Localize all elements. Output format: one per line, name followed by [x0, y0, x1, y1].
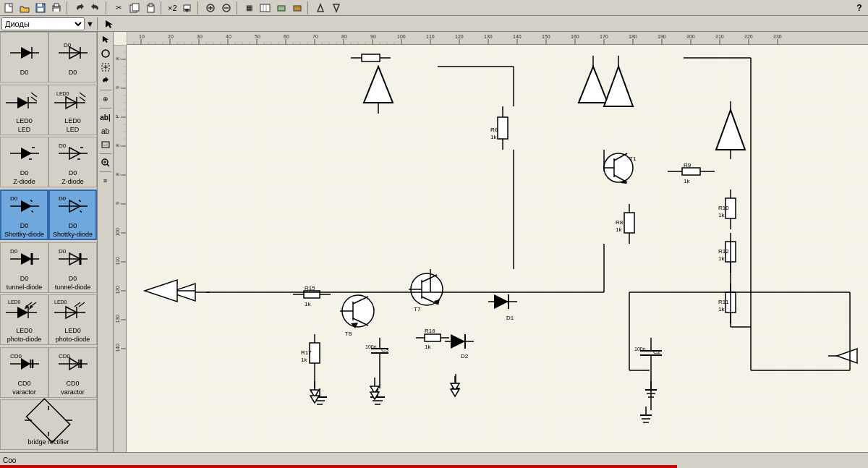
- undo-button[interactable]: [72, 1, 87, 15]
- select-tool[interactable]: [101, 17, 116, 31]
- svg-text:8: 8: [115, 144, 120, 147]
- comp-label-zd2: D0: [69, 169, 77, 176]
- comp-label-v2: CD0: [66, 380, 79, 387]
- tool-zoom-in[interactable]: [99, 156, 112, 169]
- print-button[interactable]: [49, 1, 64, 15]
- svg-text:30: 30: [197, 34, 203, 39]
- svg-text:1k: 1k: [301, 357, 307, 363]
- svg-text:D0: D0: [59, 195, 67, 202]
- svg-marker-73: [29, 305, 33, 310]
- svg-line-41: [80, 93, 85, 97]
- rt-sep1: [100, 90, 111, 90]
- svg-marker-24: [333, 4, 339, 12]
- tb-btn-6[interactable]: [219, 1, 234, 15]
- svg-rect-5: [54, 4, 59, 7]
- comp-shottky-2[interactable]: D0 D0 Shottky-diode: [48, 190, 97, 240]
- tb-btn-12[interactable]: [329, 1, 344, 15]
- paste-button[interactable]: [143, 1, 158, 15]
- comp-diode-1[interactable]: D0: [0, 32, 48, 82]
- tb-btn-10[interactable]: [290, 1, 305, 15]
- comp-label-sk1: D0: [20, 222, 29, 229]
- comp-varactor-2[interactable]: CD0 CD0 varactor: [48, 347, 97, 398]
- svg-line-42: [80, 97, 85, 101]
- svg-text:120: 120: [455, 34, 464, 39]
- sep2: [106, 1, 109, 14]
- tool-circle[interactable]: [99, 47, 112, 60]
- status-text: Coo: [3, 456, 16, 464]
- svg-text:100: 100: [397, 34, 406, 39]
- tool-text[interactable]: ab|: [99, 111, 112, 124]
- svg-text:1k: 1k: [718, 306, 725, 312]
- svg-text:R12: R12: [718, 248, 729, 255]
- comp-led-2[interactable]: LED0 LED0 LED: [48, 85, 97, 135]
- main-area: D0 D0 D0 LED0: [0, 32, 868, 452]
- comp-zdiode-1[interactable]: D0 Z-diode: [0, 137, 48, 187]
- schematic-svg[interactable]: R6 1k T1 R9 1k: [127, 45, 868, 452]
- svg-text:D0: D0: [59, 142, 67, 149]
- svg-text:LED0: LED0: [8, 299, 21, 305]
- open-button[interactable]: [17, 1, 32, 15]
- comp-sublabel-led1: LED: [18, 126, 31, 133]
- comp-diode-2[interactable]: D0 D0: [48, 32, 97, 82]
- new-button[interactable]: [1, 1, 16, 15]
- tool-image[interactable]: [99, 138, 112, 151]
- tb-btn-7[interactable]: ▦: [242, 1, 257, 15]
- svg-line-36: [31, 93, 37, 97]
- tool-rotate[interactable]: [99, 75, 112, 88]
- svg-point-97: [102, 50, 109, 57]
- tb-btn-5[interactable]: [203, 1, 218, 15]
- comp-tunnel-1[interactable]: D0 D0 tunnel-diode: [0, 242, 48, 293]
- svg-text:T1: T1: [629, 156, 637, 162]
- comp-shottky-1[interactable]: D0 D0 Shottky-diode: [0, 190, 48, 240]
- tool-zoom-area[interactable]: [99, 61, 112, 74]
- svg-text:160: 160: [571, 34, 579, 39]
- tool-component[interactable]: ≡: [99, 174, 112, 187]
- svg-text:C2: C2: [653, 349, 661, 355]
- copy-button[interactable]: [127, 1, 142, 15]
- status-bar: Coo: [0, 452, 868, 468]
- comp-varactor-1[interactable]: CD0 CD0 varactor: [0, 347, 48, 398]
- comp-zdiode-2[interactable]: D0 D0 Z-diode: [48, 137, 97, 187]
- tb-btn-9[interactable]: [274, 1, 289, 15]
- comp-tunnel-2[interactable]: D0 D0 tunnel-diode: [48, 242, 97, 293]
- redo-button[interactable]: [88, 1, 103, 15]
- sep1: [67, 1, 69, 14]
- sep3: [161, 1, 163, 14]
- svg-text:140: 140: [513, 34, 522, 39]
- component-category-select[interactable]: Диоды Транзисторы Резисторы: [1, 17, 85, 30]
- comp-sublabel-t2: tunnel-diode: [55, 284, 91, 291]
- tool-select[interactable]: [99, 33, 112, 46]
- comp-led-1[interactable]: LED0 LED: [0, 85, 48, 135]
- svg-text:8: 8: [115, 57, 120, 60]
- svg-text:130: 130: [484, 34, 493, 39]
- cut-button[interactable]: ✂: [111, 1, 126, 15]
- tool-text2[interactable]: ab: [99, 124, 112, 137]
- svg-text:D0: D0: [10, 195, 18, 202]
- comp-label-led1: LED0: [16, 117, 33, 124]
- comp-sublabel-sk2: Shottky-diode: [53, 231, 93, 238]
- svg-text:180: 180: [629, 34, 637, 39]
- zoom-select-button[interactable]: [180, 1, 195, 15]
- comp-bridge-1[interactable]: bridge rectifier: [0, 399, 97, 450]
- tb-btn-8[interactable]: [258, 1, 273, 15]
- svg-text:R16: R16: [425, 328, 435, 334]
- component-grid: D0 D0 D0 LED0: [0, 32, 97, 452]
- tool-move[interactable]: ⊕: [99, 93, 112, 106]
- schematic-canvas-area[interactable]: 10 20 30 40 50 60 70 80 90 100: [114, 32, 868, 452]
- comp-label-zd1: D0: [20, 169, 29, 176]
- svg-rect-6: [54, 9, 59, 12]
- svg-text:10: 10: [139, 34, 145, 39]
- save-button[interactable]: [33, 1, 48, 15]
- comp-photo-2[interactable]: LED0 LED0 photo-diode: [48, 294, 97, 345]
- svg-text:70: 70: [312, 34, 318, 39]
- svg-text:220: 220: [744, 34, 753, 39]
- svg-text:110: 110: [426, 34, 435, 39]
- svg-text:LED0: LED0: [56, 91, 69, 96]
- svg-text:8: 8: [115, 173, 120, 176]
- svg-text:9: 9: [115, 202, 120, 205]
- tb-btn-help[interactable]: ?: [852, 1, 867, 15]
- tb-btn-11[interactable]: [313, 1, 328, 15]
- svg-text:90: 90: [370, 34, 376, 39]
- comp-photo-1[interactable]: LED0 LED0 photo-diode: [0, 294, 48, 345]
- svg-text:9: 9: [115, 86, 120, 89]
